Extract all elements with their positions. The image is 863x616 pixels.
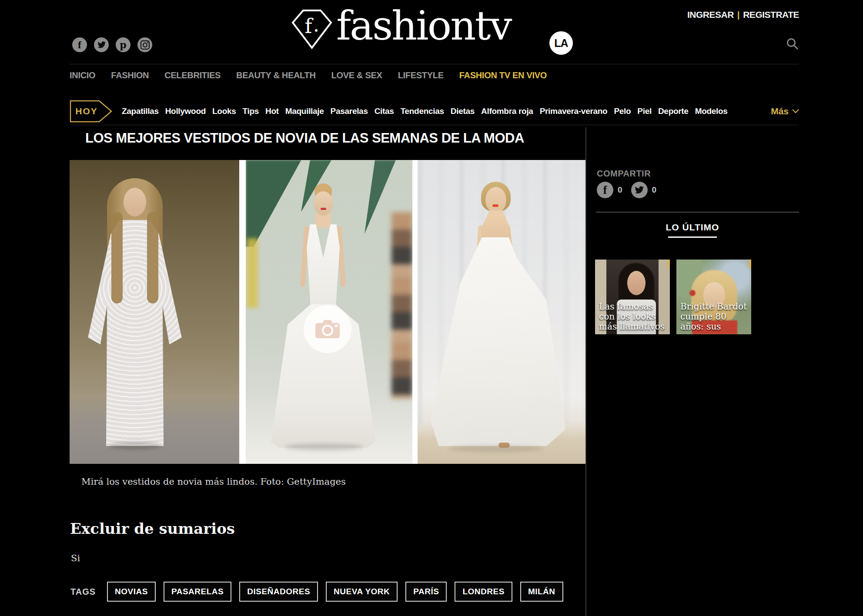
topic-nav-item[interactable]: Dietas xyxy=(451,107,475,116)
model2-lips xyxy=(321,208,326,210)
register-link[interactable]: REGISTRATE xyxy=(743,10,799,20)
latest-item-title[interactable]: Brigitte Bardot cumple 80 años: sus xyxy=(680,302,749,332)
model2-chest xyxy=(315,214,331,228)
auth-links: INGRESAR|REGISTRATE xyxy=(687,10,799,20)
logo-la-badge: LA xyxy=(549,31,573,55)
chevron-down-icon xyxy=(792,109,799,113)
tag-link[interactable]: PASARELAS xyxy=(164,582,231,602)
topic-nav-item[interactable]: Hot xyxy=(265,107,279,116)
sidebar-section-divider xyxy=(596,212,799,213)
topic-nav: HOY ZapatillasHollywoodLooksTipsHotMaqui… xyxy=(70,100,799,123)
main-nav-item[interactable]: BEAUTY & HEALTH xyxy=(236,70,316,80)
instagram-icon[interactable] xyxy=(137,37,152,52)
share-buttons: f 0 0 xyxy=(597,182,665,198)
topic-nav-item[interactable]: Deporte xyxy=(658,107,689,116)
photo-panel-right xyxy=(418,160,586,464)
main-nav-item[interactable]: FASHION xyxy=(111,70,149,80)
audience-blur xyxy=(391,212,412,399)
main-nav: INICIOFASHIONCELEBRITIESBEAUTY & HEALTHL… xyxy=(70,70,547,80)
today-badge-label: HOY xyxy=(70,100,104,123)
tag-link[interactable]: DISEÑADORES xyxy=(239,582,318,602)
login-link[interactable]: INGRESAR xyxy=(687,10,734,20)
model1-shadow xyxy=(109,442,161,450)
image-caption: Mirá los vestidos de novia más lindos. F… xyxy=(81,476,346,487)
model1-hair-strand xyxy=(111,212,123,303)
topic-nav-items: ZapatillasHollywoodLooksTipsHotMaquillaj… xyxy=(122,107,728,116)
view-count-badge: 194 xyxy=(749,260,751,268)
facebook-icon[interactable]: f xyxy=(72,37,87,52)
tag-link[interactable]: MILÁN xyxy=(520,582,563,602)
header-social-icons: f p xyxy=(72,37,152,52)
model3-lips xyxy=(492,204,498,207)
article-image[interactable] xyxy=(70,160,586,464)
auth-separator: | xyxy=(734,10,743,20)
sidebar-divider xyxy=(585,127,586,616)
latest-item-card[interactable]: 1062 Las famosas con los looks más llama… xyxy=(595,260,670,334)
tags-list: NOVIASPASARELASDISEÑADORESNUEVA YORKPARÍ… xyxy=(107,582,563,602)
topic-nav-item[interactable]: Looks xyxy=(212,107,236,116)
tag-link[interactable]: NUEVA YORK xyxy=(326,582,398,602)
article-body-heading: Excluir de sumarios xyxy=(70,520,235,537)
tags-label: TAGS xyxy=(70,587,96,597)
tag-link[interactable]: LONDRES xyxy=(455,582,512,602)
topic-nav-item[interactable]: Zapatillas xyxy=(122,107,159,116)
more-label: Más xyxy=(771,106,789,117)
model3-face xyxy=(485,187,506,213)
site-logo[interactable]: f fashiontv LA xyxy=(291,3,578,57)
model1-dress xyxy=(87,220,183,446)
tag-link[interactable]: NOVIAS xyxy=(107,582,156,602)
topic-nav-item[interactable]: Modelos xyxy=(695,107,728,116)
model1-hair-strand xyxy=(147,212,158,303)
more-button[interactable]: Más xyxy=(771,106,799,117)
main-nav-items: INICIOFASHIONCELEBRITIESBEAUTY & HEALTHL… xyxy=(70,70,444,80)
thumbnail-detail xyxy=(689,290,696,296)
latest-item-card[interactable]: 194 Brigitte Bardot cumple 80 años: sus xyxy=(676,260,751,334)
logo-monogram: f xyxy=(304,14,313,38)
view-count-badge: 1062 xyxy=(667,260,670,268)
diamond-logo-icon: f xyxy=(291,9,333,50)
article-divider xyxy=(70,125,799,125)
search-button[interactable] xyxy=(786,37,799,50)
share-facebook-button[interactable]: f xyxy=(597,182,613,198)
main-nav-item-live[interactable]: FASHION TV EN VIVO xyxy=(459,70,547,80)
article-title: LOS MEJORES VESTIDOS DE NOVIA DE LAS SEM… xyxy=(85,130,524,146)
share-twitter-button[interactable] xyxy=(631,182,648,198)
topic-nav-item[interactable]: Citas xyxy=(375,107,394,116)
facebook-share-count: 0 xyxy=(618,185,622,195)
page: f p f fashiontv LA INGRESAR|REGISTRATE I… xyxy=(0,0,863,616)
header-divider xyxy=(70,64,799,64)
latest-title-underline xyxy=(668,236,717,238)
main-nav-item[interactable]: LIFESTYLE xyxy=(398,70,444,80)
tags-row: TAGS NOVIASPASARELASDISEÑADORESNUEVA YOR… xyxy=(70,582,563,602)
model2-dress-bodice xyxy=(307,224,340,308)
model3-shadow xyxy=(448,445,544,452)
twitter-share-count: 0 xyxy=(652,185,657,195)
topic-nav-item[interactable]: Pelo xyxy=(614,107,631,116)
pinterest-icon[interactable]: p xyxy=(116,37,130,52)
model2-face xyxy=(314,191,333,216)
latest-section-title: LO ÚLTIMO xyxy=(585,222,799,233)
thumbnail-detail xyxy=(627,271,646,295)
main-nav-item[interactable]: INICIO xyxy=(70,70,95,80)
camera-icon xyxy=(314,318,341,340)
main-nav-item[interactable]: CELEBRITIES xyxy=(164,70,221,80)
backdrop-shape xyxy=(247,238,258,308)
twitter-icon[interactable] xyxy=(94,37,109,52)
topic-nav-item[interactable]: Primavera-verano xyxy=(540,107,608,116)
today-badge[interactable]: HOY xyxy=(70,100,112,123)
topic-nav-item[interactable]: Hollywood xyxy=(165,107,206,116)
topic-nav-item[interactable]: Tendencias xyxy=(401,107,444,116)
tag-link[interactable]: PARÍS xyxy=(405,582,447,602)
main-nav-item[interactable]: LOVE & SEX xyxy=(331,70,382,80)
share-label: COMPARTIR xyxy=(597,169,651,179)
topic-nav-item[interactable]: Piel xyxy=(637,107,652,116)
gallery-camera-overlay[interactable] xyxy=(304,305,351,353)
topic-nav-item[interactable]: Pasarelas xyxy=(331,107,368,116)
model1-face xyxy=(124,188,146,216)
latest-item-title[interactable]: Las famosas con los looks más llamativos xyxy=(599,302,668,332)
article-body-text: Si xyxy=(71,553,80,563)
topic-nav-item[interactable]: Maquillaje xyxy=(285,107,324,116)
topic-nav-item[interactable]: Alfombra roja xyxy=(481,107,533,116)
search-icon xyxy=(786,37,799,50)
topic-nav-item[interactable]: Tips xyxy=(242,107,259,116)
